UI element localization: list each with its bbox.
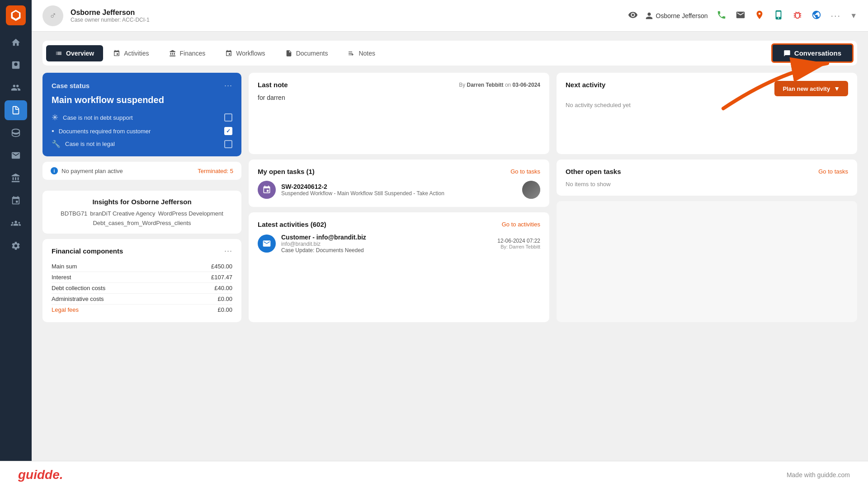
agent-name: Osborne Jefferson [656,12,708,19]
go-to-tasks-link-1[interactable]: Go to tasks [510,168,540,175]
tab-activities[interactable]: Activities [103,45,159,61]
financial-row-3: Debt collection costs £40.00 [52,283,232,294]
financial-more[interactable]: ··· [224,246,232,256]
expand-icon[interactable]: ▼ [850,12,857,20]
task-desc: Suspended Workflow - Main Workflow Still… [281,190,517,197]
topbar-right: Osborne Jefferson ··· ▼ [645,10,857,22]
payment-info-card: i No payment plan active Terminated: 5 [42,162,241,180]
watch-icon[interactable] [628,10,638,22]
financial-card: Financial components ··· Main sum £450.0… [42,239,241,322]
case-status-card: Case status ··· Main workflow suspended … [42,73,241,156]
sidebar-item-workflows[interactable] [5,191,27,211]
location-icon[interactable] [755,10,764,22]
activity-description: Case Update: Documents Needed [281,247,492,253]
activity-content-1: Customer - info@brandit.biz info@brandit… [281,234,492,253]
checkbox-1[interactable] [224,113,232,122]
tag-4: Debt_cases_from_WordPress_clients [93,220,191,226]
activities-continuation [557,201,857,322]
sidebar-item-database[interactable] [5,123,27,143]
plan-new-activity-button[interactable]: Plan new activity ▼ [774,81,848,96]
financial-title: Financial components [52,247,123,255]
tab-workflows[interactable]: Workflows [215,45,275,61]
tab-notes[interactable]: Notes [338,45,385,61]
guidde-logo: guidde. [18,468,63,482]
my-tasks-title: My open tasks (1) [258,168,315,175]
go-to-activities-link[interactable]: Go to activities [502,221,540,228]
plan-btn-chevron: ▼ [834,85,840,92]
insights-title: Insights for Osborne Jefferson [52,198,232,206]
main-grid: Case status ··· Main workflow suspended … [42,73,857,322]
task-id: SW-20240612-2 [281,183,517,190]
financial-row-1: Main sum £450.00 [52,261,232,272]
last-note-title: Last note [258,81,288,89]
case-status-more[interactable]: ··· [224,81,232,90]
latest-activities-card: Latest activities (602) Go to activities… [249,212,549,322]
next-activity-empty: No activity scheduled yet [566,102,848,108]
bug-icon[interactable] [793,10,802,22]
other-tasks-title: Other open tasks [566,168,621,175]
case-avatar: ♂ [42,5,63,26]
info-icon: i [51,167,58,174]
sidebar-item-inbox[interactable] [5,55,27,75]
tab-conversations[interactable]: Conversations [771,43,854,63]
tag-2: branDiT Creative Agency [90,210,155,217]
next-activity-card: Next activity Plan new activity ▼ No act… [557,73,857,154]
sidebar-item-home[interactable] [5,33,27,52]
sidebar-item-users[interactable] [5,78,27,98]
activity-title-1: Customer - info@brandit.biz [281,234,492,241]
last-note-content: for darren [258,94,540,101]
checkbox-2[interactable] [224,127,232,135]
case-status-value: Main workflow suspended [52,95,232,105]
case-owner-number: Case owner number: ACC-DCI-1 [71,17,617,23]
sidebar-item-team[interactable] [5,213,27,233]
sidebar-item-settings[interactable] [5,236,27,256]
main-content: Overview Activities Finances Workflows D… [32,32,868,488]
other-open-tasks-card: Other open tasks Go to tasks No items to… [557,160,857,196]
topbar: ♂ Osborne Jefferson Case owner number: A… [32,0,868,32]
case-status-item-1: ✳ Case is not in debt support [52,113,232,122]
financial-row-2: Interest £107.47 [52,272,232,283]
tag-1: BDTBG71 [61,210,87,217]
made-with-label: Made with guidde.com [787,471,850,479]
activity-email: info@brandit.biz [281,241,492,247]
payment-no-plan: i No payment plan active [51,167,123,174]
latest-activities-title: Latest activities (602) [258,221,326,228]
tab-documents[interactable]: Documents [275,45,338,61]
financial-row-5: Legal fees £0.00 [52,305,232,315]
phone-icon[interactable] [717,10,726,22]
activity-item-1: Customer - info@brandit.biz info@brandit… [258,234,540,253]
activity-icon-1 [258,235,276,253]
checkbox-3[interactable] [224,140,232,148]
tabs-container: Overview Activities Finances Workflows D… [42,41,857,66]
sidebar-item-cases[interactable] [5,100,27,120]
insights-card: Insights for Osborne Jefferson BDTBG71 b… [42,191,241,234]
bottom-bar: guidde. Made with guidde.com [0,461,868,488]
case-status-items: ✳ Case is not in debt support ▪ Document… [52,113,232,148]
app-logo[interactable] [6,5,26,25]
go-to-tasks-link-2[interactable]: Go to tasks [818,168,848,175]
sidebar [0,0,32,488]
column-1: Case status ··· Main workflow suspended … [42,73,241,322]
tab-finances[interactable]: Finances [159,45,216,61]
more-options-icon[interactable]: ··· [830,10,841,21]
email-icon[interactable] [736,10,745,22]
mobile-icon[interactable] [774,10,783,22]
case-status-item-1-label: Case is not in debt support [63,114,133,121]
last-note-meta: By Darren Tebbitt on 03-06-2024 [459,82,540,88]
terminated-link[interactable]: Terminated: 5 [198,168,233,174]
agent-name-display: Osborne Jefferson [645,12,708,20]
other-tasks-empty: No items to show [566,181,848,188]
legal-fees-link[interactable]: Legal fees [52,306,79,313]
tab-overview[interactable]: Overview [46,45,103,61]
case-name: Osborne Jefferson [71,9,617,17]
column-2: Last note By Darren Tebbitt on 03-06-202… [249,73,549,322]
activity-date: 12-06-2024 07:22 [497,238,540,244]
task-icon-1 [258,181,276,199]
globe-icon[interactable] [811,10,821,22]
case-status-item-2-label: Documents required from customer [59,128,151,135]
sidebar-item-mail[interactable] [5,145,27,165]
sidebar-item-bank[interactable] [5,168,27,188]
insights-tags: BDTBG71 branDiT Creative Agency WordPres… [52,210,232,226]
activity-meta-1: 12-06-2024 07:22 By: Darren Tebbitt [497,238,540,249]
next-activity-title: Next activity [566,81,605,89]
